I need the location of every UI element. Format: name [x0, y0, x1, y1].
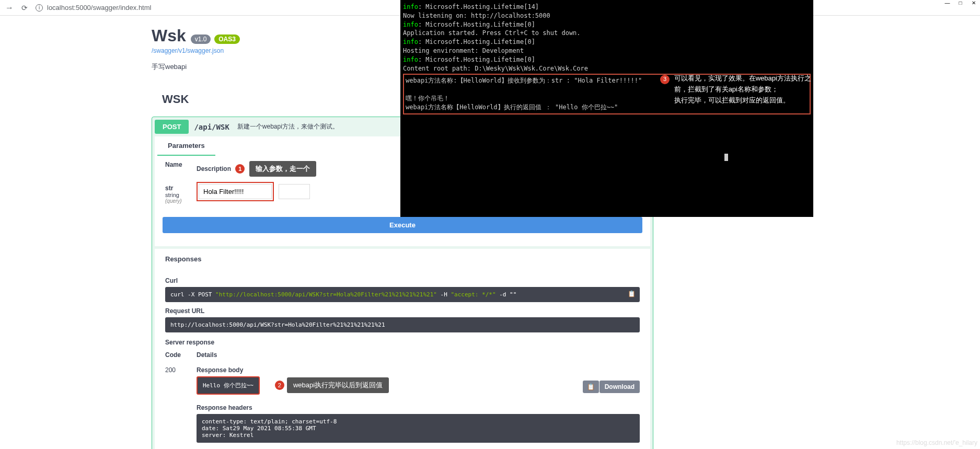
api-title: Wsk [152, 26, 186, 45]
annotation-2: 2 webapi执行完毕以后到返回值 [272, 377, 389, 393]
code-header: Code [165, 351, 197, 359]
param-in: (query) [165, 198, 197, 204]
param-name-col: str string (query) [165, 182, 197, 204]
input-highlight [197, 182, 274, 201]
watermark: https://blog.csdn.net/'e_hilary [896, 439, 977, 446]
curl-block: curl -X POST "http://localhost:5000/api/… [165, 287, 640, 302]
response-row: 200 Response body Hello 你个巴拉~~ 2 webapi执… [165, 366, 640, 443]
response-details: Response body Hello 你个巴拉~~ 2 webapi执行完毕以… [197, 366, 640, 443]
param-input-col [197, 182, 310, 204]
minimize-button[interactable]: — [941, 0, 954, 8]
forward-icon[interactable]: → [5, 3, 14, 13]
terminal[interactable]: info: Microsoft.Hosting.Lifetime[14] Now… [400, 0, 813, 217]
annotation-1-text: 输入参数，走一个 [249, 161, 316, 177]
method-badge: POST [155, 120, 189, 134]
close-button[interactable]: ✕ [967, 0, 980, 8]
reload-icon[interactable]: ⟳ [21, 4, 28, 12]
curl-label: Curl [165, 277, 640, 284]
maximize-button[interactable]: □ [954, 0, 967, 8]
response-body: Hello 你个巴拉~~ [197, 376, 260, 395]
responses-header: Responses [155, 249, 650, 269]
col-name: Name [165, 161, 197, 177]
response-section: Curl curl -X POST "http://localhost:5000… [155, 269, 650, 449]
url-text: localhost:5000/swagger/index.html [47, 4, 151, 11]
extra-input[interactable] [279, 184, 310, 199]
annotation-3-badge: 3 [660, 75, 670, 84]
annotation-1-badge: 1 [235, 164, 245, 174]
response-body-label: Response body [197, 366, 640, 374]
parameters-header: Parameters [157, 136, 215, 156]
clipboard-icon[interactable]: 📋 [583, 381, 599, 393]
request-url-block: http://localhost:5000/api/WSK?str=Hola%2… [165, 317, 640, 332]
server-response-label: Server response [165, 339, 640, 346]
version-badge: v1.0 [191, 34, 211, 44]
terminal-cursor [724, 154, 728, 161]
download-button[interactable]: Download [599, 381, 640, 393]
col-description: Description 1 输入参数，走一个 [197, 161, 316, 177]
annotation-2-badge: 2 [275, 381, 284, 390]
path-text: /api/WSK [194, 123, 229, 131]
terminal-output: info: Microsoft.Hosting.Lifetime[14] Now… [403, 3, 811, 73]
oas-badge: OAS3 [214, 34, 240, 44]
str-input[interactable] [199, 184, 272, 199]
annotation-2-text: webapi执行完毕以后到返回值 [287, 377, 389, 393]
address-bar[interactable]: i localhost:5000/swagger/index.html [36, 4, 151, 11]
param-name: str [165, 185, 197, 192]
response-body-wrap: Hello 你个巴拉~~ 2 webapi执行完毕以后到返回值 📋 Downlo… [197, 376, 640, 395]
annotation-3-text: 可以看见，实现了效果。在webapi方法执行之前，拦截到了有关api名称和参数；… [674, 73, 813, 106]
annotation-3: 3 可以看见，实现了效果。在webapi方法执行之前，拦截到了有关api名称和参… [658, 73, 814, 106]
path-description: 新建一个webapi方法，来做个测试。 [237, 122, 339, 131]
request-url-label: Request URL [165, 307, 640, 315]
info-icon[interactable]: i [36, 4, 43, 11]
details-header: Details [197, 351, 217, 359]
response-table-header: Code Details [165, 351, 640, 359]
param-type: string [165, 192, 197, 198]
execute-button[interactable]: Execute [163, 217, 642, 233]
window-controls: — □ ✕ [941, 0, 980, 8]
copy-icon[interactable]: 📋 [628, 290, 636, 297]
response-code: 200 [165, 366, 197, 443]
response-headers-label: Response headers [197, 404, 640, 411]
response-headers-block: content-type: text/plain; charset=utf-8 … [197, 414, 640, 443]
